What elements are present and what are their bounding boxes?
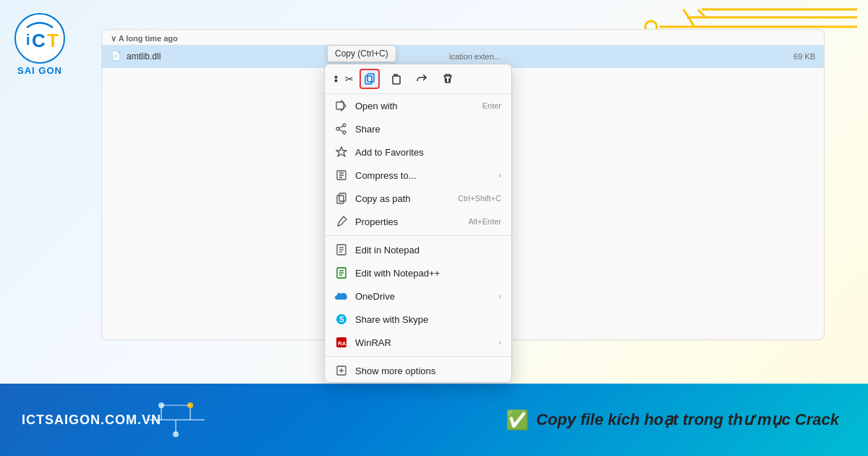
file-size: 69 KB <box>772 52 815 61</box>
menu-item-properties[interactable]: Properties Alt+Enter <box>325 210 511 233</box>
copy-tooltip-label: Copy (Ctrl+C) <box>335 48 388 59</box>
copy-path-label: Copy as path <box>355 193 451 204</box>
menu-item-winrar[interactable]: RAR WinRAR › <box>325 331 511 354</box>
bottom-description: Copy file kích hoạt trong thư mục Crack <box>536 410 839 429</box>
notepad-icon <box>335 243 348 256</box>
bottom-right: ✅ Copy file kích hoạt trong thư mục Crac… <box>183 409 868 431</box>
copy-path-icon <box>335 192 348 205</box>
onedrive-arrow: › <box>499 292 501 300</box>
separator-1 <box>325 235 511 236</box>
show-more-icon <box>335 364 348 377</box>
svg-rect-21 <box>337 195 344 203</box>
svg-rect-12 <box>336 102 344 109</box>
svg-line-16 <box>339 126 343 128</box>
svg-text:C: C <box>32 30 46 51</box>
copy-button[interactable] <box>359 69 380 89</box>
file-desc: ication exten... <box>449 52 772 61</box>
edit-notepadpp-label: Edit with Notepad++ <box>355 268 501 279</box>
menu-item-show-more[interactable]: Show more options <box>325 359 511 382</box>
bottom-bar: ICTSAIGON.COM.VN ✅ Copy file kích hoạt t… <box>0 384 868 456</box>
context-menu: ✂ <box>324 64 512 383</box>
skype-icon: S <box>335 313 348 326</box>
menu-item-add-favorites[interactable]: Add to Favorites <box>325 140 511 164</box>
logo-circle: i C T <box>14 13 65 64</box>
edit-notepad-label: Edit in Notepad <box>355 245 501 256</box>
share-toolbar-button[interactable] <box>412 69 432 89</box>
separator-2 <box>325 356 511 357</box>
svg-rect-11 <box>393 76 400 84</box>
add-favorites-label: Add to Favorites <box>355 147 501 158</box>
compress-arrow: › <box>499 172 501 180</box>
bottom-url: ICTSAIGON.COM.VN <box>22 413 161 428</box>
open-with-icon <box>335 99 348 112</box>
file-icon: 📄 <box>111 51 122 62</box>
add-favorites-icon <box>335 145 348 159</box>
cut-button[interactable]: ✂ <box>333 69 354 89</box>
open-with-shortcut: Enter <box>482 101 501 110</box>
copy-path-shortcut: Ctrl+Shift+C <box>458 194 501 203</box>
menu-item-open-with[interactable]: Open with Enter <box>325 94 511 117</box>
properties-icon <box>335 215 348 228</box>
file-date-group: ∨ A long time ago <box>102 30 824 45</box>
menu-item-share-skype[interactable]: S Share with Skype <box>325 308 511 331</box>
svg-rect-20 <box>339 193 346 201</box>
svg-marker-18 <box>336 147 346 156</box>
svg-text:S: S <box>339 316 344 324</box>
onedrive-label: OneDrive <box>355 291 492 302</box>
open-with-label: Open with <box>355 101 475 111</box>
menu-item-share[interactable]: Share <box>325 117 511 140</box>
notepadpp-icon <box>335 266 348 279</box>
properties-shortcut: Alt+Enter <box>468 217 501 226</box>
ctx-toolbar: ✂ <box>325 64 511 94</box>
logo-saigon-text: SAI GON <box>17 65 62 76</box>
svg-text:RAR: RAR <box>338 340 347 347</box>
share-skype-label: Share with Skype <box>355 314 501 325</box>
svg-point-13 <box>343 124 346 127</box>
compress-label: Compress to... <box>355 170 492 181</box>
onedrive-icon <box>335 290 348 303</box>
winrar-arrow: › <box>499 339 501 347</box>
delete-button[interactable] <box>438 69 458 89</box>
logo: i C T SAI GON <box>14 13 65 76</box>
file-name: amtlib.dll <box>127 51 449 62</box>
winrar-icon: RAR <box>335 336 348 349</box>
show-more-label: Show more options <box>355 366 501 376</box>
paste-button[interactable] <box>386 69 406 89</box>
svg-point-14 <box>343 131 346 134</box>
svg-text:i: i <box>26 32 30 48</box>
svg-line-5 <box>698 9 705 17</box>
svg-point-43 <box>173 431 179 437</box>
svg-rect-10 <box>365 76 372 84</box>
menu-item-edit-notepadpp[interactable]: Edit with Notepad++ <box>325 261 511 284</box>
menu-item-edit-notepad[interactable]: Edit in Notepad <box>325 238 511 261</box>
share-label: Share <box>355 124 494 135</box>
share-icon <box>335 122 348 135</box>
copy-tooltip: Copy (Ctrl+C) <box>327 45 396 62</box>
svg-point-15 <box>336 127 339 130</box>
svg-text:T: T <box>47 30 59 51</box>
svg-rect-9 <box>367 74 374 82</box>
bottom-left: ICTSAIGON.COM.VN <box>0 413 183 428</box>
menu-item-onedrive[interactable]: OneDrive › <box>325 284 511 308</box>
winrar-label: WinRAR <box>355 337 492 348</box>
check-icon: ✅ <box>506 409 529 431</box>
svg-line-17 <box>339 130 343 132</box>
menu-item-compress[interactable]: Compress to... › <box>325 164 511 187</box>
menu-item-copy-path[interactable]: Copy as path Ctrl+Shift+C <box>325 187 511 210</box>
properties-label: Properties <box>355 216 461 227</box>
compress-icon <box>335 169 348 182</box>
